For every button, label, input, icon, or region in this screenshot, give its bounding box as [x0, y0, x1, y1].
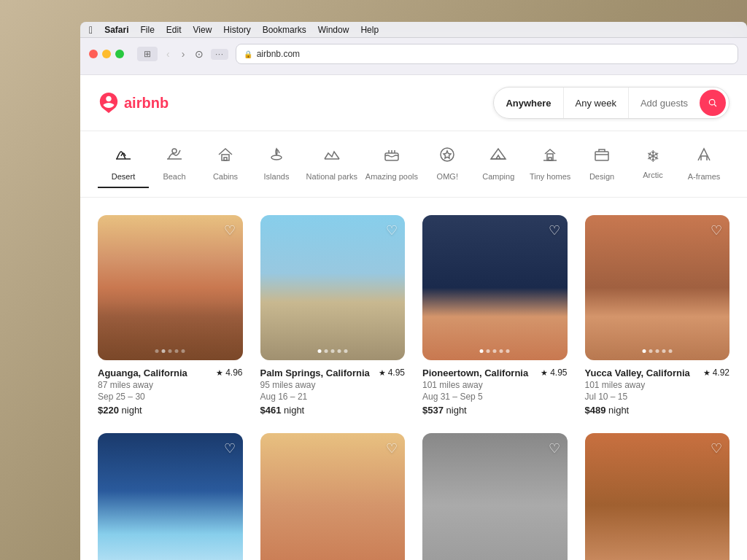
listing-location-1: Aguanga, California — [98, 368, 187, 378]
category-tiny-homes[interactable]: Tiny homes — [524, 140, 576, 188]
history-menu[interactable]: History — [223, 25, 250, 35]
category-desert-label: Desert — [112, 172, 135, 181]
dot — [655, 349, 659, 353]
category-a-frames[interactable]: A-frames — [678, 140, 729, 188]
lock-icon: 🔒 — [244, 50, 252, 58]
star-icon: ★ — [216, 368, 223, 378]
category-design[interactable]: Design — [576, 140, 627, 188]
islands-icon — [268, 146, 285, 168]
category-national-parks-label: National parks — [306, 172, 357, 181]
listing-card-2[interactable]: ♡ Palm Springs, California — [260, 215, 406, 416]
airbnb-header: airbnb Anywhere Any week Add guests — [80, 75, 747, 131]
listing-card-6[interactable]: ♡ Borrego Springs, California 130 miles … — [260, 433, 406, 561]
category-camping[interactable]: Camping — [473, 140, 524, 188]
window-menu[interactable]: Window — [318, 25, 349, 35]
category-islands[interactable]: Islands — [251, 140, 302, 188]
listing-price-2: $461 night — [260, 405, 406, 416]
date-pill[interactable]: Any week — [564, 88, 629, 118]
svg-rect-4 — [224, 158, 227, 160]
category-omg[interactable]: OMG! — [422, 140, 473, 188]
listing-image-7: ♡ — [422, 433, 568, 561]
listing-card-3[interactable]: ♡ Pioneertown, California — [422, 215, 568, 416]
wishlist-button-2[interactable]: ♡ — [386, 222, 398, 238]
listing-location-3: Pioneertown, California — [422, 368, 528, 378]
category-desert[interactable]: Desert — [98, 140, 149, 188]
back-button[interactable]: ‹ — [163, 47, 173, 61]
listing-rating-1: ★ 4.96 — [216, 368, 242, 378]
wishlist-button-8[interactable]: ♡ — [711, 440, 722, 456]
dot — [500, 349, 503, 353]
traffic-lights — [89, 50, 124, 58]
omg-icon — [438, 146, 456, 168]
listing-image-4: ♡ — [585, 215, 730, 360]
listing-card-1[interactable]: ♡ Aguanga, California — [98, 215, 243, 416]
star-icon: ★ — [379, 368, 386, 378]
category-beach[interactable]: Beach — [149, 140, 200, 188]
desert-icon — [115, 146, 132, 168]
listing-card-7[interactable]: ♡ — [422, 433, 568, 561]
listing-card-8[interactable]: ♡ — [585, 433, 730, 561]
category-cabins[interactable]: Cabins — [200, 140, 251, 188]
category-national-parks[interactable]: National parks — [302, 140, 362, 188]
wishlist-button-4[interactable]: ♡ — [711, 222, 722, 238]
location-pill[interactable]: Anywhere — [494, 88, 563, 118]
beach-icon — [166, 146, 183, 168]
sidebar-toggle-button[interactable]: ⊞ — [137, 47, 158, 61]
listing-card-5[interactable]: ♡ Joshua Tree, California ★ 4.88 112 mil… — [98, 433, 243, 561]
forward-button[interactable]: › — [179, 47, 188, 61]
edit-menu[interactable]: Edit — [166, 25, 182, 35]
category-beach-label: Beach — [163, 172, 185, 181]
address-bar[interactable]: 🔒 airbnb.com — [236, 44, 738, 64]
wishlist-button-3[interactable]: ♡ — [549, 222, 560, 238]
search-button[interactable] — [700, 90, 726, 116]
listing-rating-2: ★ 4.95 — [379, 368, 405, 378]
airbnb-logo[interactable]: airbnb — [98, 92, 169, 114]
close-button[interactable] — [89, 50, 98, 58]
minimize-button[interactable] — [102, 50, 111, 58]
wishlist-button-1[interactable]: ♡ — [224, 222, 236, 238]
dot — [493, 349, 497, 353]
listing-location-4: Yucca Valley, California — [585, 368, 690, 378]
listing-dates-3: Aug 31 – Sep 5 — [422, 392, 568, 402]
dot — [344, 349, 347, 353]
wishlist-button-7[interactable]: ♡ — [549, 440, 560, 456]
dots-indicator-1 — [155, 349, 185, 353]
svg-point-5 — [271, 155, 282, 160]
wishlist-button-5[interactable]: ♡ — [224, 440, 236, 456]
category-tiny-homes-label: Tiny homes — [530, 172, 570, 181]
listing-price-4: $489 night — [585, 405, 730, 416]
dot — [330, 349, 334, 353]
svg-rect-12 — [595, 152, 608, 160]
category-amazing-pools-label: Amazing pools — [365, 172, 418, 181]
browser-chrome: ⊞ ‹ › ⊙ ··· 🔒 airbnb.com — [80, 38, 747, 75]
reader-mode-button[interactable]: ⊙ — [195, 48, 204, 60]
wishlist-button-6[interactable]: ♡ — [386, 440, 398, 456]
view-menu[interactable]: View — [193, 25, 212, 35]
macos-menubar:  Safari File Edit View History Bookmark… — [80, 22, 747, 38]
listing-image-8: ♡ — [585, 433, 730, 561]
help-menu[interactable]: Help — [360, 25, 379, 35]
listing-image-1: ♡ — [98, 215, 243, 360]
category-arctic-label: Arctic — [643, 171, 663, 179]
dot-active — [480, 349, 484, 353]
bookmarks-menu[interactable]: Bookmarks — [263, 25, 306, 35]
extensions-button[interactable]: ··· — [211, 49, 228, 60]
guests-pill[interactable]: Add guests — [629, 88, 700, 118]
dots-indicator-3 — [480, 349, 510, 353]
safari-menu[interactable]: Safari — [104, 25, 128, 35]
cabins-icon — [217, 146, 234, 168]
fullscreen-button[interactable] — [115, 50, 124, 58]
category-arctic[interactable]: ❄ Arctic — [627, 141, 678, 187]
file-menu[interactable]: File — [140, 25, 154, 35]
dots-indicator-2 — [317, 349, 347, 353]
listing-rating-4: ★ 4.92 — [703, 368, 729, 378]
listing-dates-1: Sep 25 – 30 — [98, 392, 243, 402]
listing-rating-3: ★ 4.95 — [541, 368, 567, 378]
apple-logo-icon:  — [89, 24, 93, 36]
category-design-label: Design — [589, 172, 614, 181]
listing-card-4[interactable]: ♡ Yucca Valley, California — [585, 215, 730, 416]
category-amazing-pools[interactable]: Amazing pools — [362, 140, 422, 188]
star-icon: ★ — [541, 368, 548, 378]
dots-indicator-4 — [642, 349, 672, 353]
listing-image-3: ♡ — [422, 215, 568, 360]
